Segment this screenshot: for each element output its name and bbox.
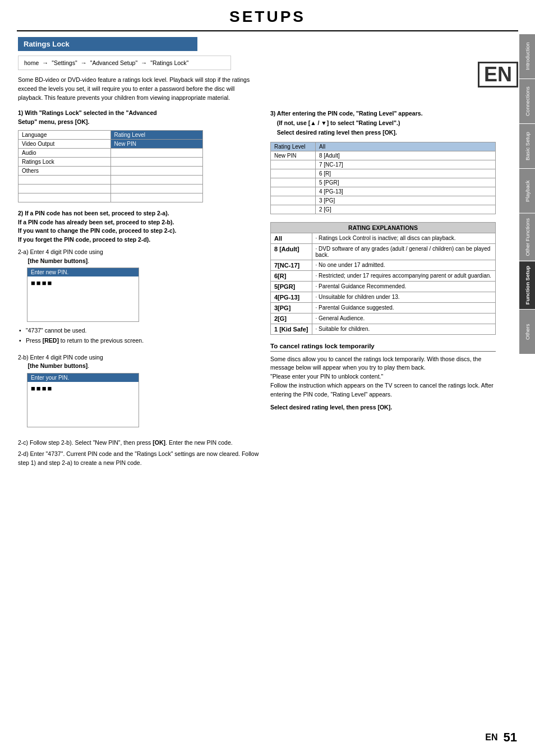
sidebar-tab-others[interactable]: Others: [519, 309, 535, 354]
desc-4pg13: · Unsuitable for children under 13.: [312, 292, 495, 302]
rating-col2-5: 5 [PGR]: [316, 178, 496, 187]
step2b: 2-b) Enter 4 digit PIN code using [the N…: [18, 353, 259, 371]
rating-explanations-table: RATING EXPLANATIONS All · Ratings Lock C…: [270, 222, 496, 335]
table-row: Rating Level All: [271, 142, 496, 151]
desc-3pg: · Parental Guidance suggested.: [312, 302, 495, 313]
table-row: 8 [Adult] · DVD software of any grades (…: [271, 243, 496, 260]
right-column: 3) After entering the PIN code, "Rating …: [270, 109, 496, 412]
sidebar-tab-connections[interactable]: Connections: [519, 79, 535, 123]
breadcrumb-home: home: [24, 59, 39, 66]
sidebar-tab-function-setup[interactable]: Function Setup: [519, 261, 535, 309]
page-title: SETUPS: [17, 8, 518, 26]
sidebar-tab-basic-setup[interactable]: Basic Setup: [519, 123, 535, 168]
breadcrumb-arrow-1: →: [42, 59, 48, 66]
sidebar-tab-introduction[interactable]: Introduction: [519, 34, 535, 79]
rating-col2-3: 7 [NC-17]: [316, 160, 496, 169]
table-row: 6 [R]: [271, 169, 496, 178]
rating-col1-1: Rating Level: [271, 142, 316, 151]
step2-text4: If you forget the PIN code, proceed to s…: [18, 236, 150, 243]
level-3pg: 3[PG]: [271, 302, 312, 313]
table-row: New PIN 8 [Adult]: [271, 151, 496, 160]
table-row: [19, 184, 203, 193]
pin-box1-dots: ■■■■: [27, 276, 139, 321]
breadcrumb-settings: "Settings": [52, 59, 77, 66]
footer-en: EN: [485, 732, 497, 743]
level-4pg13: 4[PG-13]: [271, 292, 312, 302]
desc-6r: · Restricted; under 17 requires accompan…: [312, 270, 495, 281]
pin-box1-title: Enter new PIN.: [27, 268, 139, 276]
pin-box1: Enter new PIN. ■■■■: [27, 268, 139, 322]
breadcrumb-ratings: "Ratings Lock": [150, 59, 188, 66]
menu-cell-empty6: [19, 184, 111, 193]
bullet-red: Press [RED] to return to the previous sc…: [18, 336, 259, 345]
level-8adult: 8 [Adult]: [271, 243, 312, 260]
table-row: Language Rating Level: [19, 130, 203, 139]
footer-page-number: 51: [504, 730, 517, 745]
breadcrumb-arrow-2: →: [81, 59, 87, 66]
step2-text1: If a PIN code has not been set, proceed …: [25, 210, 169, 216]
cancel-bold-text: Select desired rating level, then press …: [270, 403, 496, 412]
pin-box1-wrapper: Enter new PIN. ■■■■: [27, 268, 259, 322]
menu-cell-empty4: [19, 175, 111, 184]
table-row: All · Ratings Lock Control is inactive; …: [271, 233, 496, 243]
bullet-4737: "4737" cannot be used.: [18, 326, 259, 335]
rating-col2-2: 8 [Adult]: [316, 151, 496, 160]
table-row: Others: [19, 166, 203, 175]
page-footer: EN 51: [485, 730, 517, 745]
step2a-bold: [the Number buttons]: [28, 257, 88, 264]
rating-col1-6: [271, 187, 316, 196]
level-1kidsafe: 1 [Kid Safe]: [271, 324, 312, 334]
menu-cell-empty8: [19, 193, 111, 202]
step1-header: 1) With "Ratings Lock" selected in the "…: [18, 109, 259, 127]
table-row: 2 [G]: [271, 205, 496, 214]
cancel-text1: Some discs allow you to cancel the ratin…: [270, 355, 496, 399]
pin-box2-dots: ■■■■: [27, 382, 139, 427]
breadcrumb-advanced: "Advanced Setup": [90, 59, 138, 66]
menu-cell-audio: Audio: [19, 148, 111, 157]
step2b-bold: [the Number buttons]: [28, 362, 88, 369]
table-row: 2[G] · General Audience.: [271, 313, 496, 324]
desc-1kidsafe: · Suitable for children.: [312, 324, 495, 334]
table-row: 1 [Kid Safe] · Suitable for children.: [271, 324, 496, 334]
table-row: 3 [PG]: [271, 196, 496, 205]
step2-text3: If you want to change the PIN code, proc…: [18, 227, 176, 234]
desc-8adult: · DVD software of any grades (adult / ge…: [312, 243, 495, 260]
right-sidebar: Introduction Connections Basic Setup Pla…: [519, 34, 535, 354]
sidebar-tab-playback[interactable]: Playback: [519, 168, 535, 213]
level-6r: 6[R]: [271, 270, 312, 281]
en-badge: EN: [478, 62, 518, 87]
table-row: 4[PG-13] · Unsuitable for children under…: [271, 292, 496, 302]
desc-5pgr: · Parental Guidance Recommended.: [312, 281, 495, 292]
menu-cell-empty2: [110, 157, 203, 166]
table-row: 5[PGR] · Parental Guidance Recommended.: [271, 281, 496, 292]
table-row: 5 [PGR]: [271, 178, 496, 187]
table-row: 7 [NC-17]: [271, 160, 496, 169]
step1-label: 1): [18, 109, 25, 116]
rating-col2-7: 3 [PG]: [316, 196, 496, 205]
menu-cell-language: Language: [19, 130, 111, 139]
step2d: 2-d) Enter "4737". Current PIN code and …: [18, 450, 259, 468]
table-row: 7[NC-17] · No one under 17 admitted.: [271, 260, 496, 270]
table-row: Ratings Lock: [19, 157, 203, 166]
rating-col1-4: [271, 169, 316, 178]
rating-col1-8: [271, 205, 316, 214]
table-header-row: RATING EXPLANATIONS: [271, 222, 496, 233]
left-column: 1) With "Ratings Lock" selected in the "…: [18, 109, 259, 469]
rating-col2-1: All: [316, 142, 496, 151]
table-row: [19, 175, 203, 184]
table-row: Video Output New PIN: [19, 139, 203, 148]
rating-col1-5: [271, 178, 316, 187]
breadcrumb: home → "Settings" → "Advanced Setup" → "…: [18, 56, 231, 70]
rating-level-table: Rating Level All New PIN 8 [Adult] 7 [NC…: [270, 142, 496, 214]
menu-cell-new-pin: New PIN: [110, 139, 203, 148]
menu-cell-ratings-lock: Ratings Lock: [19, 157, 111, 166]
sidebar-tab-other-functions[interactable]: Other Functions: [519, 213, 535, 261]
menu-cell-empty9: [110, 193, 203, 202]
step2-text2: If a PIN code has already been set, proc…: [18, 219, 174, 225]
page-title-bar: SETUPS: [17, 0, 518, 31]
cancel-section-title: To cancel ratings lock temporarily: [270, 343, 496, 352]
menu-cell-others: Others: [19, 166, 111, 175]
rating-col2-8: 2 [G]: [316, 205, 496, 214]
desc-7nc17: · No one under 17 admitted.: [312, 260, 495, 270]
step2-label: 2): [18, 210, 25, 216]
